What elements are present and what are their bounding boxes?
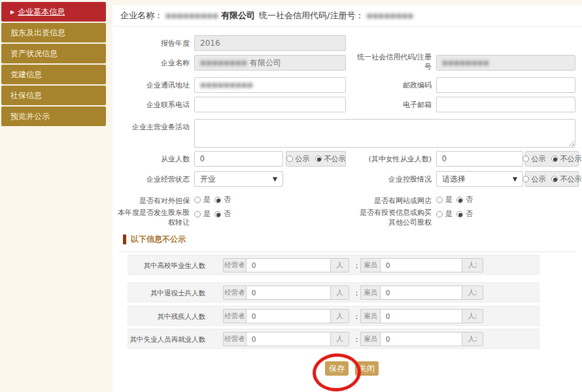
operator-count-input[interactable] [246, 309, 331, 323]
row-college-graduates: 其中高校毕业生人数 经营者 人 ； 雇员 人; [128, 255, 539, 275]
equity-transfer-radiogroup: 是 否 [194, 209, 231, 219]
address-label: 企业通讯地址 [112, 80, 190, 90]
section-title-text: 以下信息不公示 [131, 234, 186, 245]
employee-count-field[interactable] [194, 151, 283, 167]
employee-count-input[interactable] [380, 332, 462, 346]
radio-public-label: 公示 [532, 154, 546, 164]
row-disabled: 其中残疾人人数 经营者 人 ； 雇员 人; [128, 306, 539, 326]
operator-addon: 经营者 [223, 286, 246, 300]
sidebar-item-label: 社保信息 [10, 90, 42, 101]
holding-select[interactable]: 请选择 ▼ [436, 171, 523, 187]
sidebar: ▶ 企业基本信息 股东及出资信息 资产状况信息 党建信息 社保信息 预览并公示 [1, 2, 106, 127]
radio-no[interactable] [456, 211, 463, 218]
radio-private-label: 不公示 [560, 154, 582, 164]
company-name-field: ■■■■■■■■ 有限公司 [194, 55, 346, 71]
radio-no-label: 否 [466, 209, 473, 219]
sidebar-item-party-building[interactable]: 党建信息 [1, 65, 106, 84]
postcode-field[interactable] [436, 77, 575, 93]
section-bar-icon [123, 235, 126, 244]
female-count-field[interactable] [436, 151, 523, 167]
sidebar-item-social-security[interactable]: 社保信息 [1, 86, 106, 105]
separator-text: ； [353, 306, 360, 327]
unit-addon: 人; [462, 332, 483, 346]
radio-no[interactable] [456, 197, 463, 203]
sidebar-item-shareholders[interactable]: 股东及出资信息 [1, 23, 106, 42]
radio-yes[interactable] [194, 197, 201, 203]
radio-public[interactable] [286, 155, 293, 162]
radio-yes[interactable] [436, 211, 443, 218]
chevron-down-icon: ▼ [513, 176, 517, 182]
unit-addon: 人 [331, 258, 349, 272]
operator-count-input[interactable] [246, 286, 331, 300]
email-field[interactable] [436, 97, 575, 112]
sidebar-item-label: 股东及出资信息 [10, 27, 65, 39]
caret-right-icon: ▶ [10, 9, 14, 15]
unit-addon: 人 [331, 286, 349, 300]
radio-yes[interactable] [436, 197, 443, 203]
holding-publicity-radiogroup: 公示 不公示 [525, 171, 579, 187]
employee-input-group: 雇员 人; [360, 332, 483, 346]
operating-status-select[interactable]: 开业 ▼ [194, 171, 283, 187]
operator-addon: 经营者 [223, 309, 246, 323]
employee-count-input[interactable] [380, 309, 462, 323]
investment-label: 是否有投资信息或购买其他公司股权 [358, 208, 432, 227]
website-label: 是否有网站或网店 [309, 196, 432, 206]
radio-yes-label: 是 [203, 209, 211, 219]
credit-code-field: ■■■■■■■■ [436, 55, 575, 71]
investment-radiogroup: 是 否 [436, 209, 473, 219]
redacted-text: ■■■■■■■■■ [200, 82, 253, 88]
sidebar-item-preview-publish[interactable]: 预览并公示 [1, 106, 106, 126]
equity-transfer-label: 本年度是否发生股东股权转让 [112, 208, 190, 227]
close-button[interactable]: 关闭 [355, 361, 379, 376]
phone-label: 企业联系电话 [112, 100, 190, 110]
guarantee-radiogroup: 是 否 [194, 195, 231, 204]
radio-yes-label: 是 [203, 195, 211, 204]
radio-public[interactable] [522, 176, 529, 182]
radio-public-label: 公示 [296, 154, 310, 164]
website-radiogroup: 是 否 [436, 195, 473, 204]
credit-code-label: 统一社会信用代码/注册号： [259, 10, 364, 22]
employee-count-input[interactable] [380, 286, 462, 300]
sidebar-item-label: 预览并公示 [10, 111, 50, 122]
employee-addon: 雇员 [360, 258, 380, 272]
employee-addon: 雇员 [360, 332, 380, 346]
operator-count-input[interactable] [246, 258, 331, 272]
radio-no-label: 否 [224, 195, 231, 204]
sidebar-item-basic-info[interactable]: ▶ 企业基本信息 [1, 2, 106, 22]
sidebar-item-label: 党建信息 [10, 69, 42, 80]
page-title: 企业名称： ■■■■■■■■■ 有限公司 统一社会信用代码/注册号： ■■■■■… [112, 5, 582, 27]
operator-count-input[interactable] [246, 332, 331, 346]
postcode-label: 邮政编码 [309, 80, 432, 90]
radio-no[interactable] [214, 197, 221, 203]
operator-input-group: 经营者 人 [223, 258, 349, 272]
female-count-label: (其中女性从业人数) [309, 154, 432, 164]
operator-input-group: 经营者 人 [223, 332, 349, 346]
company-name-field-label: 企业名称 [112, 58, 190, 68]
row-label: 其中失业人员再就业人数 [124, 329, 205, 350]
row-label: 其中残疾人人数 [124, 306, 205, 327]
employee-count-input[interactable] [380, 258, 462, 272]
redacted-text: ■■■■■■■■ [200, 59, 247, 66]
sidebar-item-label: 资产状况信息 [10, 48, 58, 59]
redacted-text: ■■■■■■■■ [442, 59, 489, 66]
radio-private[interactable] [551, 155, 558, 162]
female-publicity-radiogroup: 公示 不公示 [525, 151, 579, 167]
employee-count-label: 从业人数 [112, 154, 190, 164]
employee-addon: 雇员 [360, 286, 380, 300]
save-button[interactable]: 保存 [325, 361, 349, 376]
guarantee-label: 是否有对外担保 [112, 196, 190, 206]
radio-private-label: 不公示 [560, 174, 582, 184]
email-label: 电子邮箱 [309, 100, 432, 110]
unit-addon: 人 [331, 309, 349, 323]
radio-no[interactable] [214, 211, 221, 218]
sidebar-item-assets[interactable]: 资产状况信息 [1, 44, 106, 63]
main-panel: 企业名称： ■■■■■■■■■ 有限公司 统一社会信用代码/注册号： ■■■■■… [112, 5, 582, 392]
employee-input-group: 雇员 人; [360, 309, 483, 323]
radio-public[interactable] [522, 155, 529, 162]
holding-label: 企业控股情况 [309, 174, 432, 184]
radio-private[interactable] [551, 176, 558, 182]
report-year-value: 2016 [200, 39, 220, 48]
non-public-section-title: 以下信息不公示 [123, 234, 186, 245]
business-activity-textarea[interactable] [194, 119, 575, 148]
radio-yes[interactable] [194, 211, 201, 218]
